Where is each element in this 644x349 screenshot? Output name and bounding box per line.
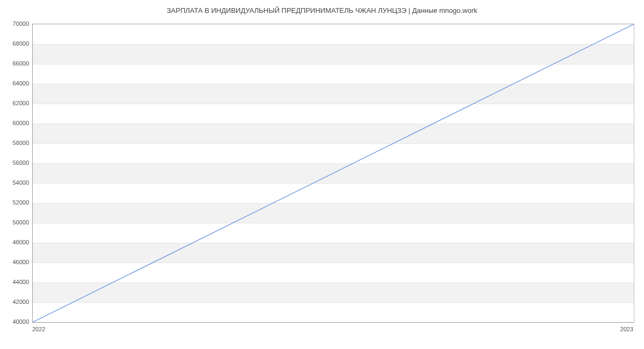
y-tick-label: 64000 xyxy=(3,80,29,86)
y-tick-label: 66000 xyxy=(3,60,29,67)
x-tick-label: 2023 xyxy=(620,326,633,332)
y-tick-label: 68000 xyxy=(3,40,29,47)
y-tick-label: 62000 xyxy=(3,100,29,106)
y-tick-label: 44000 xyxy=(3,279,29,285)
y-tick-label: 58000 xyxy=(3,140,29,146)
y-tick-label: 70000 xyxy=(3,20,29,27)
y-tick-label: 42000 xyxy=(3,299,29,305)
y-tick-label: 46000 xyxy=(3,259,29,265)
y-tick-label: 60000 xyxy=(3,120,29,126)
plot-area xyxy=(32,24,634,323)
x-tick-label: 2022 xyxy=(32,326,45,332)
y-tick-label: 40000 xyxy=(3,318,29,325)
gridline xyxy=(33,322,634,323)
chart-title: ЗАРПЛАТА В ИНДИВИДУАЛЬНЫЙ ПРЕДПРИНИМАТЕЛ… xyxy=(0,6,644,14)
y-tick-label: 56000 xyxy=(3,159,29,166)
y-tick-label: 52000 xyxy=(3,199,29,206)
line-series xyxy=(33,24,634,322)
y-tick-label: 54000 xyxy=(3,179,29,186)
y-tick-label: 50000 xyxy=(3,219,29,226)
chart-container: ЗАРПЛАТА В ИНДИВИДУАЛЬНЫЙ ПРЕДПРИНИМАТЕЛ… xyxy=(0,0,644,349)
series-polyline xyxy=(33,24,634,322)
y-tick-label: 48000 xyxy=(3,239,29,245)
